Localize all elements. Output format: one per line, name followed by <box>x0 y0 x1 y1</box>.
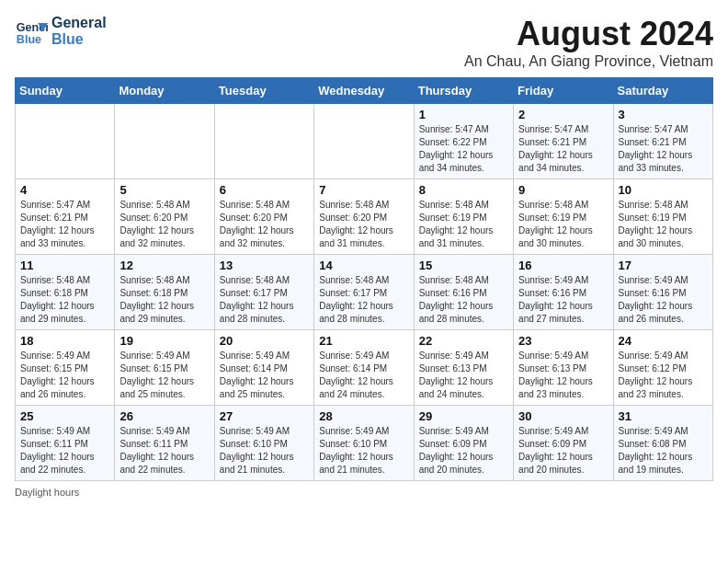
calendar-cell <box>314 104 414 179</box>
calendar-cell: 13Sunrise: 5:48 AM Sunset: 6:17 PM Dayli… <box>214 255 313 330</box>
calendar-cell: 4Sunrise: 5:47 AM Sunset: 6:21 PM Daylig… <box>16 179 115 255</box>
calendar-cell: 19Sunrise: 5:49 AM Sunset: 6:15 PM Dayli… <box>115 330 214 406</box>
calendar-cell: 20Sunrise: 5:49 AM Sunset: 6:14 PM Dayli… <box>214 330 313 406</box>
day-number: 12 <box>119 259 209 272</box>
cell-content: Sunrise: 5:49 AM Sunset: 6:09 PM Dayligh… <box>518 425 608 477</box>
weekday-header-monday: Monday <box>115 78 214 104</box>
cell-content: Sunrise: 5:49 AM Sunset: 6:11 PM Dayligh… <box>20 425 109 477</box>
calendar-cell <box>115 104 214 179</box>
weekday-header-row: SundayMondayTuesdayWednesdayThursdayFrid… <box>16 78 713 104</box>
day-number: 4 <box>20 183 109 197</box>
calendar-cell: 2Sunrise: 5:47 AM Sunset: 6:21 PM Daylig… <box>514 104 613 179</box>
title-area: August 2024 An Chau, An Giang Province, … <box>464 15 713 70</box>
cell-content: Sunrise: 5:49 AM Sunset: 6:10 PM Dayligh… <box>220 425 309 477</box>
day-number: 22 <box>419 334 508 348</box>
calendar-cell: 12Sunrise: 5:48 AM Sunset: 6:18 PM Dayli… <box>115 255 214 330</box>
calendar-cell: 31Sunrise: 5:49 AM Sunset: 6:08 PM Dayli… <box>613 406 712 481</box>
cell-content: Sunrise: 5:48 AM Sunset: 6:20 PM Dayligh… <box>220 199 309 250</box>
cell-content: Sunrise: 5:49 AM Sunset: 6:14 PM Dayligh… <box>220 350 309 401</box>
calendar-cell: 15Sunrise: 5:48 AM Sunset: 6:16 PM Dayli… <box>414 255 513 330</box>
day-number: 15 <box>419 259 508 272</box>
day-number: 19 <box>119 334 209 348</box>
cell-content: Sunrise: 5:49 AM Sunset: 6:13 PM Dayligh… <box>518 350 608 401</box>
day-number: 1 <box>419 108 508 121</box>
month-title: August 2024 <box>464 15 713 53</box>
day-number: 18 <box>20 334 109 348</box>
day-number: 23 <box>518 334 608 348</box>
calendar-cell <box>214 104 313 179</box>
calendar-cell: 7Sunrise: 5:48 AM Sunset: 6:20 PM Daylig… <box>314 179 414 255</box>
calendar-cell: 18Sunrise: 5:49 AM Sunset: 6:15 PM Dayli… <box>16 330 115 406</box>
weekday-header-saturday: Saturday <box>613 78 712 104</box>
logo-icon: General Blue <box>15 15 48 48</box>
calendar-cell: 26Sunrise: 5:49 AM Sunset: 6:11 PM Dayli… <box>115 406 214 481</box>
svg-text:Blue: Blue <box>17 33 41 46</box>
calendar-cell: 1Sunrise: 5:47 AM Sunset: 6:22 PM Daylig… <box>414 104 513 179</box>
cell-content: Sunrise: 5:49 AM Sunset: 6:16 PM Dayligh… <box>518 274 608 326</box>
day-number: 11 <box>20 259 109 272</box>
day-number: 3 <box>619 108 708 121</box>
day-number: 16 <box>518 259 608 272</box>
calendar-cell: 10Sunrise: 5:48 AM Sunset: 6:19 PM Dayli… <box>613 179 712 255</box>
calendar-cell: 6Sunrise: 5:48 AM Sunset: 6:20 PM Daylig… <box>214 179 313 255</box>
cell-content: Sunrise: 5:47 AM Sunset: 6:21 PM Dayligh… <box>619 123 708 175</box>
cell-content: Sunrise: 5:49 AM Sunset: 6:11 PM Dayligh… <box>119 425 209 477</box>
header: General Blue General Blue August 2024 An… <box>15 15 713 70</box>
cell-content: Sunrise: 5:48 AM Sunset: 6:17 PM Dayligh… <box>220 274 309 326</box>
weekday-header-friday: Friday <box>514 78 613 104</box>
cell-content: Sunrise: 5:48 AM Sunset: 6:18 PM Dayligh… <box>20 274 109 326</box>
day-number: 7 <box>319 183 408 197</box>
cell-content: Sunrise: 5:48 AM Sunset: 6:20 PM Dayligh… <box>319 199 408 250</box>
week-row-2: 4Sunrise: 5:47 AM Sunset: 6:21 PM Daylig… <box>16 179 713 255</box>
cell-content: Sunrise: 5:47 AM Sunset: 6:21 PM Dayligh… <box>518 123 608 175</box>
week-row-4: 18Sunrise: 5:49 AM Sunset: 6:15 PM Dayli… <box>16 330 713 406</box>
day-number: 6 <box>220 183 309 197</box>
day-number: 14 <box>319 259 408 272</box>
cell-content: Sunrise: 5:47 AM Sunset: 6:22 PM Dayligh… <box>419 123 508 175</box>
calendar-cell: 24Sunrise: 5:49 AM Sunset: 6:12 PM Dayli… <box>613 330 712 406</box>
cell-content: Sunrise: 5:48 AM Sunset: 6:19 PM Dayligh… <box>619 199 708 250</box>
weekday-header-sunday: Sunday <box>16 78 115 104</box>
cell-content: Sunrise: 5:48 AM Sunset: 6:19 PM Dayligh… <box>419 199 508 250</box>
day-number: 13 <box>220 259 309 272</box>
calendar-cell: 22Sunrise: 5:49 AM Sunset: 6:13 PM Dayli… <box>414 330 513 406</box>
cell-content: Sunrise: 5:47 AM Sunset: 6:21 PM Dayligh… <box>20 199 109 250</box>
daylight-label: Daylight hours <box>15 487 79 498</box>
cell-content: Sunrise: 5:48 AM Sunset: 6:20 PM Dayligh… <box>119 199 209 250</box>
calendar-cell <box>16 104 115 179</box>
calendar-cell: 28Sunrise: 5:49 AM Sunset: 6:10 PM Dayli… <box>314 406 414 481</box>
cell-content: Sunrise: 5:49 AM Sunset: 6:10 PM Dayligh… <box>319 425 408 477</box>
day-number: 28 <box>319 409 408 423</box>
day-number: 9 <box>518 183 608 197</box>
footer: Daylight hours <box>15 487 713 498</box>
day-number: 20 <box>220 334 309 348</box>
cell-content: Sunrise: 5:49 AM Sunset: 6:15 PM Dayligh… <box>20 350 109 401</box>
calendar-cell: 11Sunrise: 5:48 AM Sunset: 6:18 PM Dayli… <box>16 255 115 330</box>
cell-content: Sunrise: 5:49 AM Sunset: 6:14 PM Dayligh… <box>319 350 408 401</box>
cell-content: Sunrise: 5:48 AM Sunset: 6:16 PM Dayligh… <box>419 274 508 326</box>
calendar-cell: 30Sunrise: 5:49 AM Sunset: 6:09 PM Dayli… <box>514 406 613 481</box>
day-number: 24 <box>619 334 708 348</box>
calendar-cell: 29Sunrise: 5:49 AM Sunset: 6:09 PM Dayli… <box>414 406 513 481</box>
cell-content: Sunrise: 5:48 AM Sunset: 6:17 PM Dayligh… <box>319 274 408 326</box>
cell-content: Sunrise: 5:49 AM Sunset: 6:09 PM Dayligh… <box>419 425 508 477</box>
cell-content: Sunrise: 5:49 AM Sunset: 6:12 PM Dayligh… <box>619 350 708 401</box>
day-number: 31 <box>619 409 708 423</box>
day-number: 21 <box>319 334 408 348</box>
day-number: 5 <box>119 183 209 197</box>
calendar-cell: 16Sunrise: 5:49 AM Sunset: 6:16 PM Dayli… <box>514 255 613 330</box>
day-number: 8 <box>419 183 508 197</box>
calendar-cell: 9Sunrise: 5:48 AM Sunset: 6:19 PM Daylig… <box>514 179 613 255</box>
cell-content: Sunrise: 5:48 AM Sunset: 6:19 PM Dayligh… <box>518 199 608 250</box>
calendar-body: 1Sunrise: 5:47 AM Sunset: 6:22 PM Daylig… <box>16 104 713 481</box>
calendar-cell: 23Sunrise: 5:49 AM Sunset: 6:13 PM Dayli… <box>514 330 613 406</box>
calendar-table: SundayMondayTuesdayWednesdayThursdayFrid… <box>15 77 713 481</box>
cell-content: Sunrise: 5:49 AM Sunset: 6:08 PM Dayligh… <box>619 425 708 477</box>
day-number: 10 <box>619 183 708 197</box>
week-row-1: 1Sunrise: 5:47 AM Sunset: 6:22 PM Daylig… <box>16 104 713 179</box>
cell-content: Sunrise: 5:48 AM Sunset: 6:18 PM Dayligh… <box>119 274 209 326</box>
weekday-header-thursday: Thursday <box>414 78 513 104</box>
calendar-cell: 5Sunrise: 5:48 AM Sunset: 6:20 PM Daylig… <box>115 179 214 255</box>
calendar-cell: 14Sunrise: 5:48 AM Sunset: 6:17 PM Dayli… <box>314 255 414 330</box>
day-number: 2 <box>518 108 608 121</box>
